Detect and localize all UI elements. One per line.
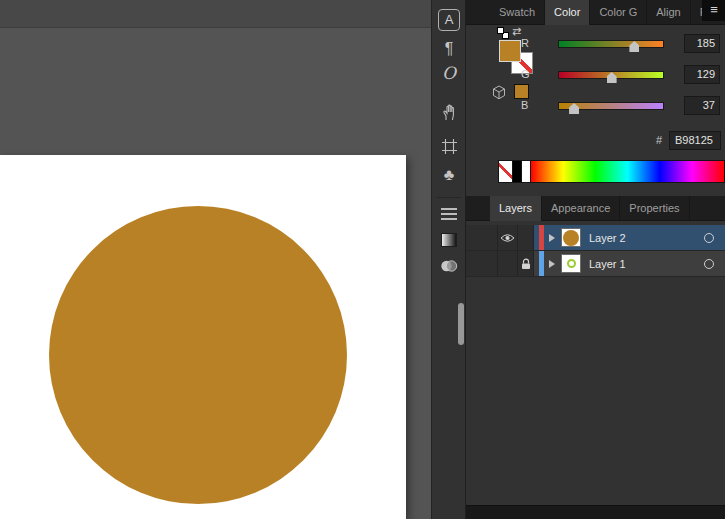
tab-color-guide[interactable]: Color G	[590, 0, 647, 25]
gradient-panel-icon[interactable]	[432, 233, 466, 247]
visibility-toggle[interactable]	[498, 225, 518, 250]
green-channel-label: G	[521, 68, 530, 80]
paragraph-panel-icon[interactable]: ¶	[432, 39, 466, 59]
spectrum-bar[interactable]	[531, 161, 725, 182]
expand-chevron-icon[interactable]	[549, 260, 555, 268]
right-panel-dock: Swatch Color Color G Align Pathfin ≡ ⇄ R	[465, 0, 725, 519]
canvas-top-bar	[0, 0, 431, 28]
red-slider-track[interactable]	[558, 40, 664, 48]
layer-color-bar	[539, 251, 544, 276]
swap-fill-stroke-icon[interactable]: ⇄	[512, 25, 521, 38]
red-channel-label: R	[521, 37, 529, 49]
layer-target-icon[interactable]	[704, 259, 714, 269]
blue-slider-track[interactable]	[558, 102, 664, 110]
layer-row-layer2[interactable]: Layer 2	[466, 225, 725, 251]
fill-swatch[interactable]	[499, 40, 521, 62]
green-slider-row: G 129	[521, 65, 721, 87]
canvas-area[interactable]	[0, 0, 431, 519]
layer-target-icon[interactable]	[704, 233, 714, 243]
white-swatch[interactable]	[522, 161, 531, 182]
eye-icon	[500, 233, 515, 243]
artwork-circle[interactable]	[49, 206, 347, 504]
application-window: A ¶ O ♣	[0, 0, 725, 519]
hex-value-field[interactable]: B98125	[669, 131, 721, 150]
symbols-panel-icon[interactable]: ♣	[432, 165, 466, 185]
expand-chevron-icon[interactable]	[549, 234, 555, 242]
layer-row-spacer	[466, 225, 498, 250]
layer-thumbnail[interactable]	[561, 228, 581, 247]
layer-name: Layer 1	[589, 258, 626, 270]
stroke-panel-icon[interactable]	[432, 205, 466, 223]
artboards-panel-icon[interactable]	[432, 139, 466, 158]
blue-channel-label: B	[521, 99, 528, 111]
tab-swatches[interactable]: Swatch	[490, 0, 545, 25]
lock-icon	[521, 258, 531, 270]
layers-panel-tabbar: Layers Appearance Properties	[466, 196, 725, 221]
blue-value-field[interactable]: 37	[684, 96, 720, 115]
color-panel-tabbar: Swatch Color Color G Align Pathfin ≡	[466, 0, 725, 25]
layer-thumbnail[interactable]	[561, 254, 581, 273]
color-spectrum-strip	[498, 160, 725, 183]
none-swatch[interactable]	[499, 161, 513, 182]
strip-scrollbar-thumb[interactable]	[458, 303, 464, 345]
green-slider-track[interactable]	[558, 71, 664, 79]
strip-divider	[437, 197, 461, 198]
blue-slider-handle[interactable]	[569, 103, 579, 114]
blue-slider-row: B 37	[521, 96, 721, 118]
tab-color[interactable]: Color	[545, 0, 590, 25]
visibility-toggle[interactable]	[498, 251, 518, 276]
hex-row: # B98125	[656, 131, 725, 151]
collapsed-panel-strip: A ¶ O ♣	[431, 0, 465, 519]
green-slider-handle[interactable]	[607, 72, 617, 83]
layer-row-spacer	[466, 251, 498, 276]
hex-label: #	[656, 134, 662, 146]
green-value-field[interactable]: 129	[684, 65, 720, 84]
panel-menu-icon[interactable]: ≡	[702, 0, 725, 21]
dock-bottom-bar	[466, 505, 725, 519]
red-value-field[interactable]: 185	[684, 34, 720, 53]
red-slider-handle[interactable]	[629, 41, 639, 52]
layer-row-layer1[interactable]: Layer 1	[466, 251, 725, 277]
artboard	[0, 155, 406, 519]
hand-tool-icon[interactable]	[432, 104, 466, 125]
layer-name: Layer 2	[589, 232, 626, 244]
lock-toggle[interactable]	[518, 251, 534, 276]
tab-align[interactable]: Align	[647, 0, 690, 25]
tab-appearance[interactable]: Appearance	[542, 196, 620, 221]
tab-properties[interactable]: Properties	[620, 196, 689, 221]
opentype-panel-icon[interactable]: O	[432, 63, 466, 83]
layer-color-bar	[539, 225, 544, 250]
default-fill-stroke-icon[interactable]	[497, 27, 510, 40]
lock-toggle[interactable]	[518, 225, 534, 250]
character-panel-icon[interactable]: A	[432, 9, 466, 31]
transparency-panel-icon[interactable]	[432, 259, 466, 277]
black-swatch[interactable]	[513, 161, 522, 182]
red-slider-row: R 185	[521, 34, 721, 56]
out-of-web-gamut-icon[interactable]	[492, 85, 506, 104]
tab-layers[interactable]: Layers	[490, 196, 542, 221]
